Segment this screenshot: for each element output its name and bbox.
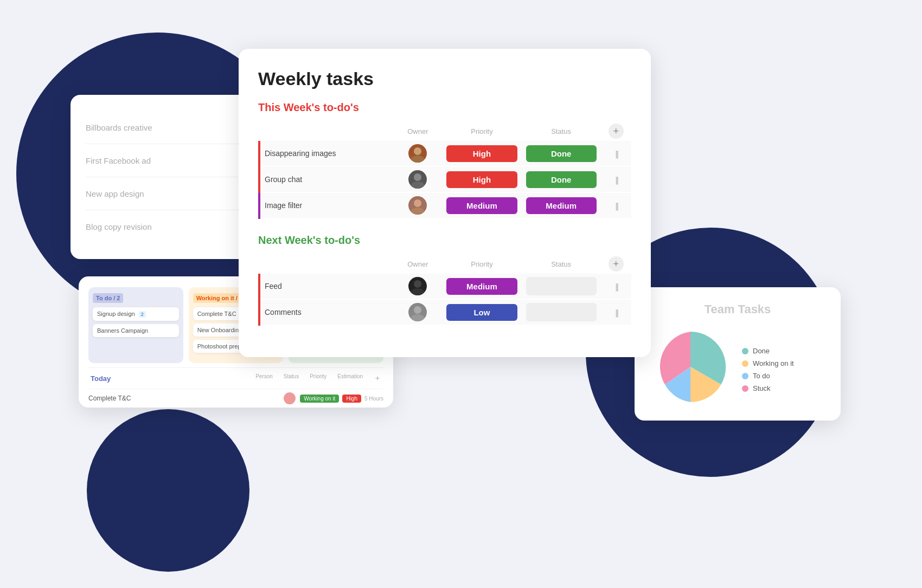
- svg-point-10: [414, 199, 421, 207]
- kanban-header-working: Working on it / 3: [193, 293, 246, 303]
- next-task-status-2: [522, 299, 601, 325]
- timelog-title-2: First Facebook ad: [86, 156, 241, 165]
- today-hours-badge: 5 Hours: [364, 396, 383, 402]
- svg-point-7: [411, 156, 424, 163]
- table-row: Feed Medium ▐: [259, 274, 631, 299]
- legend-dot-stuck: [742, 385, 748, 392]
- timelog-title-3: New app design: [86, 189, 241, 198]
- task-more-3: ▐: [601, 192, 631, 218]
- svg-point-9: [411, 182, 424, 189]
- svg-point-13: [411, 288, 424, 295]
- th2-task: [259, 254, 393, 274]
- kanban-item-1[interactable]: Signup design 2: [93, 307, 179, 321]
- today-task-row: Complete T&C Working on it High 5 Hours: [88, 389, 383, 408]
- this-week-table: Owner Priority Status + Disappearing ima…: [258, 121, 631, 219]
- kanban-col-todo: To do / 2 Signup design 2 Banners Campai…: [88, 287, 183, 363]
- next-week-table: Owner Priority Status + Feed: [258, 254, 631, 326]
- today-header-row: Today Person Status Priority Estimation …: [88, 367, 383, 389]
- next-task-priority-2: Low: [442, 299, 521, 325]
- add-this-week-btn[interactable]: +: [609, 124, 624, 139]
- task-priority-1: High: [442, 141, 521, 166]
- legend-todo: To do: [742, 372, 794, 380]
- today-priority-badge: High: [342, 395, 361, 403]
- task-status-1: Done: [522, 141, 601, 166]
- legend-dot-todo: [742, 373, 748, 379]
- add-next-week-btn[interactable]: +: [609, 256, 624, 272]
- this-week-title: This Week's to-do's: [258, 101, 631, 114]
- next-task-status-1: [522, 274, 601, 299]
- svg-point-12: [414, 280, 421, 288]
- task-name-3: Image filter: [259, 192, 393, 218]
- avatar-4: [408, 277, 427, 295]
- th-add: +: [601, 121, 631, 141]
- weekly-title: Weekly tasks: [258, 68, 631, 89]
- table-row: Comments Low ▐: [259, 299, 631, 325]
- next-task-owner-2: [393, 299, 442, 325]
- th-owner: Owner: [393, 121, 442, 141]
- task-priority-3: Medium: [442, 192, 521, 218]
- teamtasks-title: Team Tasks: [650, 302, 825, 316]
- svg-point-6: [414, 147, 421, 155]
- next-task-owner-1: [393, 274, 442, 299]
- th-status: Status: [522, 121, 601, 141]
- task-owner-3: [393, 192, 442, 218]
- table-row: Group chat High Done ▐: [259, 166, 631, 192]
- th-task: [259, 121, 393, 141]
- svg-point-11: [411, 208, 424, 215]
- legend-done: Done: [742, 347, 794, 355]
- next-task-name-2: Comments: [259, 299, 393, 325]
- today-task-avatar: [284, 392, 296, 404]
- teamtasks-card: Team Tasks Done Working on it To do: [635, 287, 841, 421]
- task-owner-1: [393, 141, 442, 166]
- svg-point-8: [414, 173, 421, 181]
- legend-working: Working on it: [742, 359, 794, 367]
- next-task-more-1: ▐: [601, 274, 631, 299]
- svg-point-15: [411, 314, 424, 321]
- legend-stuck: Stuck: [742, 384, 794, 392]
- timelog-title-4: Blog copy revision: [86, 222, 241, 231]
- next-task-name-1: Feed: [259, 274, 393, 299]
- task-status-2: Done: [522, 166, 601, 192]
- today-task-name: Complete T&C: [88, 395, 284, 402]
- add-today-icon[interactable]: ＋: [374, 373, 381, 383]
- today-label: Today: [91, 374, 111, 383]
- avatar-2: [408, 170, 427, 189]
- task-priority-2: High: [442, 166, 521, 192]
- next-task-more-2: ▐: [601, 299, 631, 325]
- table-row: Disappearing images High Done ▐: [259, 141, 631, 166]
- table-row: Image filter Medium Medium ▐: [259, 192, 631, 218]
- task-more-1: ▐: [601, 141, 631, 166]
- th2-add: +: [601, 254, 631, 274]
- kanban-header-todo: To do / 2: [93, 293, 123, 303]
- svg-point-4: [287, 394, 292, 399]
- avatar-5: [408, 303, 427, 321]
- next-week-title: Next Week's to-do's: [258, 234, 631, 247]
- pie-chart: [650, 326, 731, 408]
- task-status-3: Medium: [522, 192, 601, 218]
- weekly-tasks-card: Weekly tasks This Week's to-do's Owner P…: [239, 49, 651, 357]
- th2-status: Status: [522, 254, 601, 274]
- pie-legend: Done Working on it To do Stuck: [742, 347, 794, 392]
- legend-dot-done: [742, 348, 748, 354]
- th-priority: Priority: [442, 121, 521, 141]
- pie-container: Done Working on it To do Stuck: [650, 326, 825, 408]
- svg-point-14: [414, 306, 421, 314]
- th2-owner: Owner: [393, 254, 442, 274]
- kanban-item-2[interactable]: Banners Campaign: [93, 324, 179, 337]
- task-owner-2: [393, 166, 442, 192]
- th2-priority: Priority: [442, 254, 521, 274]
- timelog-title-1: Billboards creative: [86, 123, 241, 132]
- bg-circle-bottom-left: [87, 409, 249, 572]
- legend-dot-working: [742, 360, 748, 367]
- svg-point-5: [285, 400, 294, 404]
- task-more-2: ▐: [601, 166, 631, 192]
- task-name-2: Group chat: [259, 166, 393, 192]
- next-task-priority-1: Medium: [442, 274, 521, 299]
- today-cols: Person Status Priority Estimation ＋: [255, 373, 381, 383]
- avatar-1: [408, 144, 427, 163]
- avatar-3: [408, 196, 427, 215]
- today-status-badge: Working on it: [300, 395, 339, 403]
- task-name-1: Disappearing images: [259, 141, 393, 166]
